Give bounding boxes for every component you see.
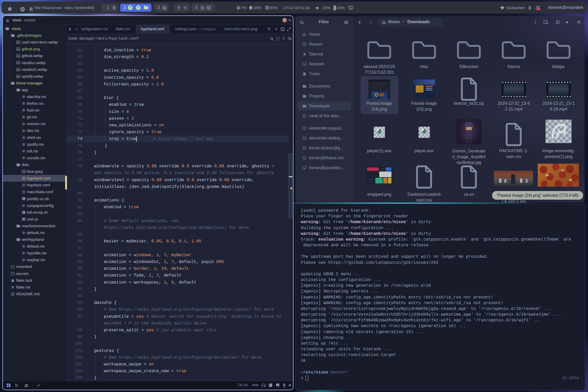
svg-text:?: ? [164,6,166,9]
svg-text:?: ? [137,6,139,10]
svg-text:?: ? [208,6,210,9]
svg-text:?: ? [129,6,131,10]
